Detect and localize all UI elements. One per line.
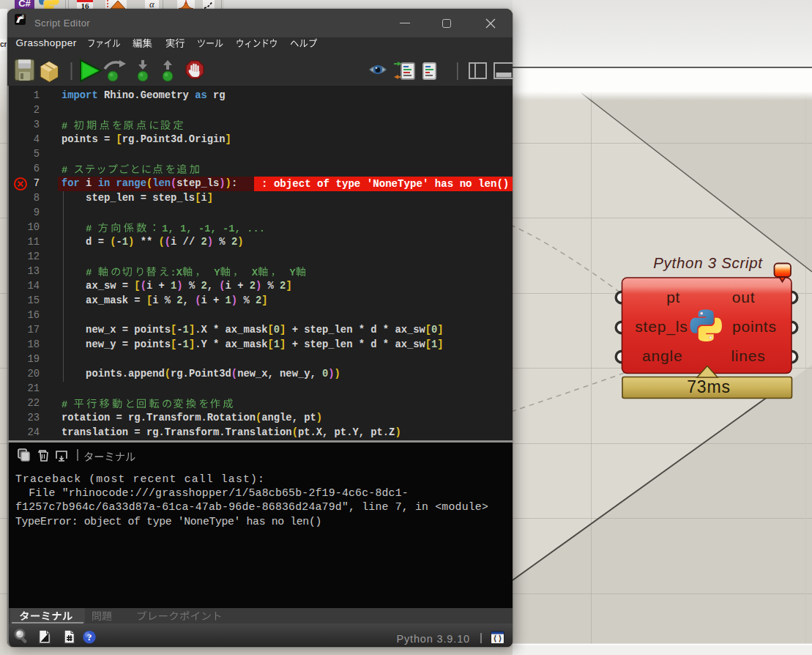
svg-text:8: 8 bbox=[21, 14, 24, 19]
svg-text:⟨ ⟩: ⟨ ⟩ bbox=[493, 634, 502, 643]
svg-text:?: ? bbox=[87, 632, 92, 643]
